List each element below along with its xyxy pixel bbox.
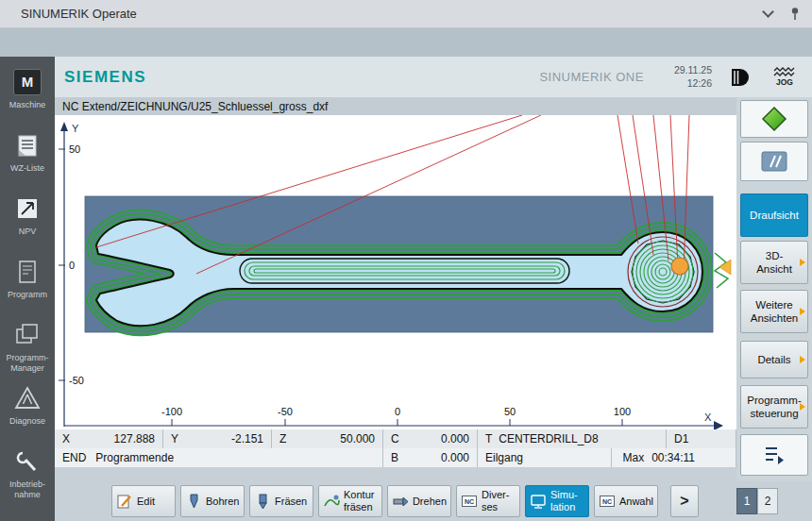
svg-text:50: 50: [69, 143, 80, 155]
product-name: SINUMERIK ONE: [539, 70, 644, 84]
sidebar-item-diagnose[interactable]: Diagnose: [0, 382, 55, 445]
mill-icon: [254, 493, 271, 510]
content-area: NC Extend/ZEICHNUNG/U25_Schluessel_gross…: [55, 97, 812, 481]
siemens-logo: SIEMENS: [64, 68, 146, 87]
machine-status-button[interactable]: [721, 61, 757, 93]
svg-text:-50: -50: [69, 375, 84, 386]
softkey-details[interactable]: Details: [740, 341, 808, 378]
single-block-button[interactable]: [740, 142, 808, 181]
work-offset-icon: [13, 193, 42, 225]
contour-mill-icon: [323, 493, 340, 510]
drill-icon: [185, 493, 202, 510]
operating-area-sidebar: M Maschine WZ-Liste N: [0, 57, 55, 521]
program-manager-icon: [13, 319, 42, 351]
diagnosis-icon: [13, 382, 42, 414]
start-simulation-button[interactable]: [740, 100, 808, 138]
turning-icon: [392, 493, 409, 510]
svg-text:50: 50: [504, 406, 516, 417]
page-1-button[interactable]: 1: [736, 488, 757, 514]
softkey-fraesen[interactable]: Fräsen: [249, 485, 313, 517]
block-search-button[interactable]: [740, 434, 808, 476]
status-c: C0.000: [383, 429, 478, 448]
simulation-canvas: Y 50 0 -50 X: [55, 115, 736, 429]
top-band: [0, 28, 812, 57]
x-axis: X -100 -50 0 50 100: [64, 406, 723, 429]
submenu-arrow-icon: [800, 403, 805, 411]
parallel-lines-icon: [760, 150, 788, 173]
svg-text:0: 0: [69, 260, 75, 271]
window-titlebar: SINUMERIK Operate: [0, 0, 812, 28]
wrench-icon: [13, 445, 42, 478]
status-z: Z50.000: [272, 429, 383, 448]
datetime-display: 29.11.25 12:26: [674, 64, 712, 90]
status-cutter-edge: D1: [667, 429, 736, 448]
block-list-icon: [762, 443, 787, 467]
svg-text:-100: -100: [161, 406, 182, 417]
start-diamond-icon: [760, 105, 788, 133]
softkey-simulation[interactable]: Simu-lation: [525, 485, 589, 517]
nc-select-icon: NC: [599, 493, 616, 510]
bottom-softkey-bar: Edit Bohren Fräsen Kontur: [55, 481, 812, 521]
softkey-anwahl[interactable]: NC Anwahl: [594, 485, 658, 517]
status-feed-mode: Eilgang: [478, 448, 612, 467]
svg-text:-50: -50: [278, 406, 293, 417]
svg-text:NC: NC: [602, 498, 612, 505]
submenu-arrow-icon: [800, 308, 805, 315]
titlebar-controls: [764, 7, 801, 21]
edit-icon: [116, 493, 133, 510]
program-path: NC Extend/ZEICHNUNG/U25_Schluessel_gross…: [62, 100, 328, 113]
svg-text:100: 100: [614, 406, 631, 417]
svg-text:NC: NC: [465, 498, 474, 505]
status-x: X127.888: [55, 429, 163, 448]
sidebar-item-inbetriebnahme[interactable]: Inbetrieb-nahme: [0, 445, 55, 509]
softkey-diverses[interactable]: NC Diver-ses: [456, 485, 520, 517]
svg-text:0: 0: [395, 406, 400, 417]
status-tool: TCENTERDRILL_D8: [478, 429, 667, 448]
axis-status-row: X127.888 Y-2.151 Z50.000 C0.000 TCENTERD…: [55, 429, 736, 448]
nc-icon: NC: [461, 493, 478, 510]
softkey-draufsicht[interactable]: Draufsicht: [740, 193, 808, 237]
softkey-weitere-ansichten[interactable]: WeitereAnsichten: [740, 290, 808, 333]
softkey-programmsteuerung[interactable]: Programm-steuerung: [740, 385, 808, 429]
machine-status-icon: [727, 66, 752, 89]
softkey-kontur-fraesen[interactable]: Konturfräsen: [318, 485, 382, 517]
menu-extend-button[interactable]: >: [670, 485, 699, 517]
window-title: SINUMERIK Operate: [21, 7, 137, 21]
simulation-column: NC Extend/ZEICHNUNG/U25_Schluessel_gross…: [55, 97, 736, 481]
chevron-down-icon[interactable]: [762, 6, 774, 18]
tool-list-icon: [13, 129, 42, 161]
status-gap: [55, 467, 736, 481]
sidebar-item-wz-liste[interactable]: WZ-Liste: [0, 129, 55, 193]
status-y: Y-2.151: [163, 429, 272, 448]
y-axis: Y 50 0 -50: [59, 122, 84, 427]
status-program-end: ENDProgrammende: [55, 448, 383, 467]
jog-mode-button[interactable]: JOG: [767, 61, 803, 93]
maschine-icon: M: [13, 69, 42, 95]
submenu-arrow-icon: [800, 259, 805, 266]
submenu-arrow-icon: [800, 356, 805, 363]
svg-text:X: X: [704, 412, 712, 423]
sidebar-item-programm[interactable]: Programm: [0, 256, 55, 319]
sidebar-item-maschine[interactable]: M Maschine: [0, 66, 55, 129]
sidebar-item-programm-manager[interactable]: Programm-Manager: [0, 319, 55, 382]
page-2-button[interactable]: 2: [757, 488, 778, 514]
simulation-monitor-icon: [530, 493, 547, 510]
sidebar-item-npv[interactable]: NPV: [0, 193, 55, 256]
right-softkey-column: Draufsicht 3D-Ansicht WeitereAnsichten D…: [736, 97, 812, 481]
status-b: B0.000: [383, 448, 478, 467]
program-path-bar: NC Extend/ZEICHNUNG/U25_Schluessel_gross…: [55, 97, 736, 115]
program-status-row: ENDProgrammende B0.000 Eilgang Max00:34:…: [55, 448, 736, 467]
tool-position-marker: [671, 258, 688, 275]
jog-waves-icon: [773, 67, 796, 76]
header-bar: SIEMENS SINUMERIK ONE 29.11.25 12:26 JOG: [55, 57, 812, 97]
program-icon: [13, 256, 42, 288]
jog-label: JOG: [776, 77, 793, 87]
pin-icon[interactable]: [789, 7, 801, 21]
softkey-3d-ansicht[interactable]: 3D-Ansicht: [740, 241, 808, 284]
softkey-drehen[interactable]: Drehen: [387, 485, 451, 517]
softkey-bohren[interactable]: Bohren: [180, 485, 245, 517]
main-area: SIEMENS SINUMERIK ONE 29.11.25 12:26 JOG: [55, 57, 812, 521]
softkey-edit[interactable]: Edit: [111, 485, 176, 517]
status-machining-time: Max00:34:11: [612, 448, 736, 467]
sinumerik-operate-window: SINUMERIK Operate M Maschine: [0, 0, 812, 521]
